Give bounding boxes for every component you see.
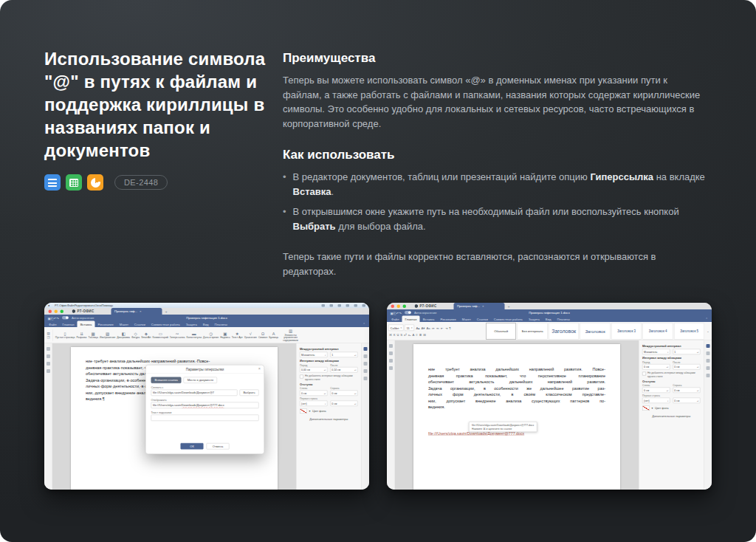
ok-button[interactable]: ОК	[181, 443, 204, 450]
ribbon-tab[interactable]: Рисование	[437, 316, 458, 323]
ribbon-tab[interactable]: Вид	[200, 321, 212, 328]
advanced-settings-link[interactable]: Дополнительные параметры	[300, 418, 358, 422]
menubar-item[interactable]: Файл	[67, 303, 75, 307]
table-settings-icon[interactable]	[363, 354, 367, 358]
first-line-size-input[interactable]: 0 см▴▾	[673, 398, 700, 404]
ribbon-tab[interactable]: Плагины	[554, 316, 572, 323]
formatting-marks-icon[interactable]: ¶	[448, 325, 451, 330]
ribbon-tab[interactable]: Макет	[117, 321, 131, 328]
indent-right-input[interactable]: 0 см▴▾	[330, 391, 357, 397]
autosave-toggle[interactable]	[405, 311, 411, 315]
checkbox-icon[interactable]	[300, 375, 303, 379]
comments-icon[interactable]	[389, 351, 393, 355]
headers-footers-button[interactable]: ▬Колонтитулы	[185, 332, 202, 339]
ribbon-tab[interactable]: Совместная работа	[148, 321, 183, 328]
spacing-before-input[interactable]: 0,00 см▴▾	[300, 367, 327, 373]
table-button[interactable]: ▦Таблица	[88, 332, 99, 339]
close-window-button[interactable]	[49, 309, 52, 313]
autosave-toggle[interactable]	[62, 316, 69, 320]
style-preset[interactable]: Обычный	[486, 323, 516, 339]
content-controls-button[interactable]: ▥Элементы управления содержимым	[279, 329, 302, 342]
document-tab[interactable]: Проверка гиф... ×	[111, 308, 162, 315]
background-color-control[interactable]: ▾ Цвет фона	[642, 406, 701, 411]
ribbon-tab[interactable]: Вставка	[78, 321, 95, 328]
smartart-button[interactable]: ◈SmartArt	[140, 332, 151, 339]
ribbon-tab[interactable]: Ссылки	[474, 316, 491, 323]
menubar-item[interactable]: Редактировать	[75, 303, 95, 307]
decrease-font-icon[interactable]: A▾	[420, 325, 425, 330]
feedback-icon[interactable]	[47, 369, 50, 373]
close-tab-icon[interactable]: ×	[482, 304, 484, 308]
hyperlink-button[interactable]: ∾Гиперссылка	[169, 332, 185, 339]
comment-button[interactable]: ▭Комментарий	[152, 332, 169, 339]
color-swatch-icon[interactable]	[300, 409, 307, 414]
feedback-icon[interactable]	[389, 366, 393, 370]
new-tab-button[interactable]: +	[165, 309, 167, 314]
style-preset[interactable]: Без интервала	[518, 323, 548, 339]
search-icon[interactable]	[389, 344, 393, 348]
paragraph-settings-icon[interactable]	[363, 347, 367, 351]
change-case-icon[interactable]: Aa	[425, 325, 430, 330]
blank-page-button[interactable]: ▯Пустая страница	[55, 332, 76, 339]
close-tab-icon[interactable]: ×	[140, 309, 141, 313]
breaks-button[interactable]: ⇊Разрывы	[75, 332, 87, 339]
same-style-checkbox[interactable]: Не добавлять интервал между абзацами одн…	[642, 371, 701, 378]
ribbon-tab[interactable]: Защита	[526, 316, 543, 323]
cancel-button[interactable]: Отмена	[207, 443, 230, 450]
image-button[interactable]: ▨Изображение	[99, 332, 116, 339]
zoom-window-button[interactable]	[61, 309, 64, 313]
line-spacing-value[interactable]: 1▴▾	[330, 352, 357, 358]
drop-cap-button[interactable]: АБуквица	[268, 332, 279, 339]
dialog-titlebar[interactable]: Параметры гиперссылки ×	[146, 366, 264, 374]
image-settings-icon[interactable]	[706, 359, 709, 363]
menubar-item[interactable]: Окно	[94, 303, 101, 307]
menubar-item[interactable]: Р7-Офис	[55, 303, 67, 307]
choose-file-button[interactable]: Выбрать	[239, 390, 258, 397]
checkbox-icon[interactable]	[642, 372, 646, 376]
dialog-tab[interactable]: Место в документе	[184, 377, 217, 384]
styles-expand-icon[interactable]: ⌄	[706, 329, 710, 333]
style-preset[interactable]: Заголовок 4	[643, 323, 673, 339]
increase-font-icon[interactable]: A▴	[415, 325, 420, 330]
line-spacing-value[interactable]: 1▴▾	[673, 349, 700, 355]
borders-icon[interactable]: ⊞	[422, 332, 427, 337]
ribbon-tab[interactable]: Главная	[402, 316, 419, 323]
copy-icon[interactable]: ◳	[47, 335, 50, 339]
chart-button[interactable]: ◧Диаграмма	[116, 332, 131, 339]
line-spacing-select[interactable]: Множитель▾	[642, 349, 670, 355]
font-name-select[interactable]: Calibri▾	[388, 325, 404, 332]
new-tab-button[interactable]: +	[507, 304, 509, 309]
redo-icon[interactable]: ↷	[56, 317, 59, 320]
display-text-input[interactable]: file:///Users/olga.savin/Downloads/Докум…	[151, 402, 259, 409]
document-tab[interactable]: Проверка гиф... ×	[453, 303, 504, 309]
style-preset[interactable]: Заголовок	[580, 323, 611, 339]
indent-left-input[interactable]: 0 см▴▾	[300, 391, 327, 397]
chart-settings-icon[interactable]	[363, 369, 367, 373]
redo-icon[interactable]: ↷	[399, 312, 402, 315]
collapse-ribbon-icon[interactable]: ⌃	[703, 318, 710, 323]
spacing-before-input[interactable]: 0 см▴▾	[642, 364, 670, 370]
first-line-select[interactable]: (нет)▾	[300, 401, 327, 407]
style-preset[interactable]: Заголовок 3	[611, 323, 642, 339]
ribbon-tab[interactable]: Рисование	[94, 321, 116, 328]
ribbon-tab[interactable]: Файл	[46, 321, 59, 328]
link-url-input[interactable]: file:///Users/olga.savin/Downloads/Докум…	[151, 390, 238, 397]
spacing-after-input[interactable]: 0,14 см▴▾	[330, 367, 357, 373]
date-time-button[interactable]: ◷Дата и время	[202, 332, 219, 339]
textart-settings-icon[interactable]	[706, 374, 709, 377]
table-settings-icon[interactable]	[706, 351, 709, 355]
menubar-item[interactable]: Помощь	[102, 303, 113, 307]
color-swatch-icon[interactable]	[642, 406, 650, 411]
indent-right-input[interactable]: 0 см▴▾	[673, 388, 700, 394]
ribbon-tab[interactable]: Вид	[543, 316, 554, 323]
navigation-icon[interactable]	[47, 362, 50, 366]
minimize-window-button[interactable]	[397, 304, 401, 308]
document-area[interactable]: ние требует анализа дальнейших направлен…	[395, 340, 639, 490]
symbol-button[interactable]: ΩСимвол	[258, 332, 268, 339]
collapse-ribbon-icon[interactable]: ⌃	[360, 323, 368, 328]
apple-menu-icon[interactable]: ●	[48, 303, 49, 307]
navigation-icon[interactable]	[389, 359, 393, 363]
advanced-settings-link[interactable]: Дополнительные параметры	[642, 415, 701, 419]
chart-settings-icon[interactable]	[706, 366, 709, 370]
spacing-after-input[interactable]: 0 см▴▾	[673, 364, 700, 370]
